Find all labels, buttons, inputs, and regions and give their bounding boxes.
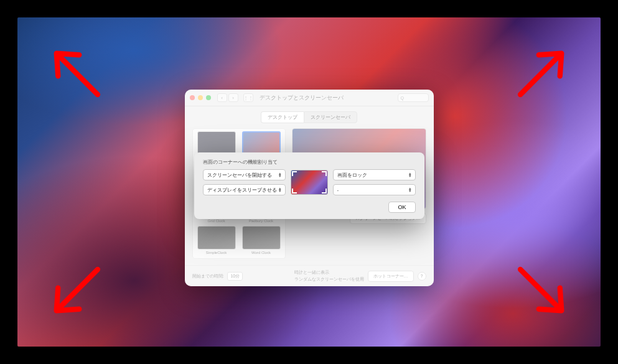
corner-select-top-right[interactable]: 画面をロック ▴▾: [333, 169, 416, 180]
dialog-title: 画面のコーナーへの機能割り当て: [203, 159, 416, 166]
search-input[interactable]: Q: [398, 93, 429, 102]
minimize-button[interactable]: [198, 95, 203, 100]
hot-corners-dialog: 画面のコーナーへの機能割り当て スクリーンセーバを開始する ▴▾ 画面をロック …: [194, 152, 424, 219]
window-titlebar: ‹ › ⋮⋮ デスクトップとスクリーンセーバ Q: [185, 90, 434, 106]
corner-select-bottom-left[interactable]: ディスプレイをスリープさせる ▴▾: [203, 184, 286, 195]
window-title: デスクトップとスクリーンセーバ: [260, 94, 395, 102]
chevron-updown-icon: ▴▾: [409, 172, 411, 177]
corner-marker-br: [322, 189, 327, 194]
show-clock-checkbox-label[interactable]: 時計と一緒に表示: [294, 269, 364, 276]
hot-corners-button[interactable]: ホットコーナー…: [368, 271, 414, 282]
traffic-lights: [190, 95, 211, 100]
maximize-button[interactable]: [206, 95, 211, 100]
start-after-select[interactable]: 10分: [227, 272, 243, 281]
select-value: 画面をロック: [337, 172, 367, 179]
back-button[interactable]: ‹: [217, 93, 227, 102]
corner-marker-tr: [322, 171, 327, 176]
select-value: スクリーンセーバを開始する: [207, 172, 272, 179]
dialog-footer: OK: [203, 202, 416, 213]
random-checkbox-label[interactable]: ランダムなスクリーンセーバを使用: [294, 276, 364, 282]
corner-select-bottom-right[interactable]: - ▴▾: [333, 184, 416, 195]
corner-marker-tl: [292, 171, 297, 176]
chevron-updown-icon: ▴▾: [279, 187, 281, 192]
select-value: ディスプレイをスリープさせる: [207, 187, 277, 194]
screensaver-item[interactable]: Word Clock: [240, 226, 283, 256]
chevron-updown-icon: ▴▾: [279, 172, 281, 177]
screensaver-item[interactable]: SimpleClock: [195, 226, 238, 256]
corner-select-top-left[interactable]: スクリーンセーバを開始する ▴▾: [203, 169, 286, 180]
tab-screensaver[interactable]: スクリーンセーバ: [304, 111, 357, 123]
desktop-wallpaper: ‹ › ⋮⋮ デスクトップとスクリーンセーバ Q デスクトップ スクリーンセーバ…: [17, 17, 601, 347]
help-button[interactable]: ?: [418, 272, 426, 281]
start-after-label: 開始までの時間:: [192, 273, 224, 279]
close-button[interactable]: [190, 95, 195, 100]
corner-marker-bl: [292, 189, 297, 194]
select-value: -: [337, 187, 339, 193]
forward-button[interactable]: ›: [228, 93, 238, 102]
chevron-updown-icon: ▴▾: [409, 187, 411, 192]
grid-button[interactable]: ⋮⋮: [243, 93, 253, 102]
bottom-bar: 開始までの時間: 10分 時計と一緒に表示 ランダムなスクリーンセーバを使用 ホ…: [185, 265, 434, 286]
ok-button[interactable]: OK: [388, 202, 415, 213]
tab-desktop[interactable]: デスクトップ: [261, 111, 304, 123]
screen-preview-thumbnail: [291, 170, 328, 195]
corner-grid: スクリーンセーバを開始する ▴▾ 画面をロック ▴▾ ディスプレイをスリープさせ…: [203, 169, 416, 195]
nav-buttons: ‹ ›: [217, 93, 238, 102]
tab-bar: デスクトップ スクリーンセーバ: [185, 106, 434, 128]
